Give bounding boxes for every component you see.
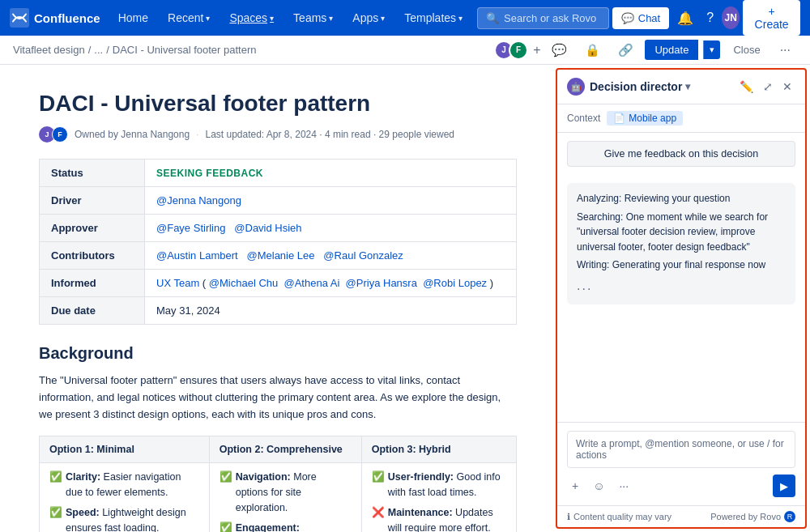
more-actions-button[interactable]: ···: [614, 476, 633, 496]
chevron-down-icon: ▾: [206, 14, 210, 23]
chevron-down-icon: ▾: [458, 14, 463, 23]
nav-spaces[interactable]: Spaces ▾: [221, 6, 282, 29]
confluence-logo[interactable]: Confluence: [10, 8, 100, 28]
user-avatar[interactable]: JN: [722, 6, 740, 29]
context-label: Context: [567, 113, 600, 124]
lock-button[interactable]: 🔒: [578, 39, 607, 62]
list-item: ✅ Speed: Lightweight design ensures fast…: [49, 505, 199, 532]
due-date-label: Due date: [40, 297, 145, 325]
close-button[interactable]: Close: [725, 40, 768, 60]
check-icon: ✅: [49, 505, 62, 532]
background-text: The "Universal footer pattern" ensures t…: [39, 372, 517, 423]
nav-apps[interactable]: Apps ▾: [344, 6, 393, 29]
search-icon: 🔍: [486, 12, 499, 24]
notification-button[interactable]: 🔔: [672, 6, 698, 30]
last-updated: Last updated: Apr 8, 2024 · 4 min read ·…: [205, 129, 454, 140]
informed-label: Informed: [40, 270, 145, 297]
list-item: ❌ Maintenance: Updates will require more…: [372, 505, 506, 532]
approver-mention-2[interactable]: @David Hsieh: [234, 222, 301, 234]
breadcrumb-ellipsis[interactable]: ...: [94, 44, 103, 56]
status-badge: SEEKING FEEDBACK: [156, 168, 263, 179]
edit-button[interactable]: ✏️: [736, 79, 757, 95]
breadcrumb-current: DACI - Universal footer pattern: [113, 44, 257, 56]
check-icon: ✅: [220, 521, 232, 532]
table-row: Driver @Jenna Nangong: [40, 187, 517, 215]
powered-by: Powered by Rovo R: [710, 511, 795, 522]
check-icon: ✅: [372, 470, 385, 500]
content-quality-text: Content quality may vary: [573, 512, 671, 521]
viewer-avatars: J F: [494, 40, 528, 60]
options-table: Option 1: Minimal Option 2: Comprehensiv…: [39, 436, 517, 532]
powered-by-text: Powered by Rovo: [710, 512, 781, 521]
contributor-3[interactable]: @Raul Gonzalez: [323, 249, 403, 262]
chevron-down-icon: ▾: [381, 14, 385, 23]
update-button[interactable]: Update: [645, 40, 698, 60]
contributor-1[interactable]: @Austin Lambert: [156, 249, 238, 262]
chat-panel: 🤖 Decision director ▾ ✏️ ⤢ ✕ Context 📄 M…: [556, 68, 807, 529]
emoji-button[interactable]: ☺: [588, 476, 609, 496]
close-chat-button[interactable]: ✕: [779, 79, 795, 95]
background-section-title: Background: [39, 344, 517, 363]
informed-1[interactable]: @Michael Chu: [209, 277, 278, 289]
chat-input-area: Write a prompt, @mention someone, or use…: [557, 422, 805, 505]
contributors-value: @Austin Lambert @Melanie Lee @Raul Gonza…: [145, 242, 517, 270]
message-line-1: Analyzing: Reviewing your question: [577, 191, 786, 206]
update-dropdown-button[interactable]: ▾: [703, 40, 720, 59]
create-button[interactable]: + Create: [743, 0, 800, 36]
chat-message: Analyzing: Reviewing your question Searc…: [567, 183, 795, 304]
contributor-2[interactable]: @Melanie Lee: [246, 249, 314, 262]
decision-director-icon: 🤖: [567, 78, 585, 96]
suggestion-button[interactable]: Give me feedback on this decision: [567, 141, 795, 167]
table-row: Status SEEKING FEEDBACK: [40, 160, 517, 187]
send-button[interactable]: ▶: [773, 475, 795, 497]
chat-button[interactable]: 💬 Chat: [612, 7, 669, 29]
owned-by: Owned by Jenna Nangong: [75, 129, 190, 140]
informed-4[interactable]: @Robi Lopez: [423, 277, 487, 289]
more-options-button[interactable]: ···: [774, 39, 797, 62]
option2-header: Option 2: Comprehensive: [209, 436, 361, 463]
chat-title: Decision director ▾: [590, 80, 731, 93]
rovo-icon: R: [784, 511, 795, 522]
page-icon: 📄: [613, 113, 625, 124]
nav-teams[interactable]: Teams ▾: [285, 6, 341, 29]
list-item: ✅ Navigation: More options for site expl…: [220, 470, 352, 515]
chat-messages: Analyzing: Reviewing your question Searc…: [557, 175, 805, 422]
nav-templates[interactable]: Templates ▾: [396, 6, 471, 29]
table-row: ✅ Clarity: Easier navigation due to fewe…: [40, 463, 517, 532]
comment-button[interactable]: 💬: [545, 39, 573, 62]
mobile-app-context-tag[interactable]: 📄 Mobile app: [607, 111, 683, 126]
add-button[interactable]: +: [567, 476, 583, 496]
page-title: DACI - Universal footer pattern: [39, 91, 517, 117]
add-viewer-button[interactable]: +: [533, 43, 540, 57]
option2-content: ✅ Navigation: More options for site expl…: [209, 463, 361, 532]
typing-indicator: ...: [577, 276, 786, 296]
footer-info: ℹ Content quality may vary: [567, 512, 671, 522]
option1-content: ✅ Clarity: Easier navigation due to fewe…: [40, 463, 210, 532]
driver-mention[interactable]: @Jenna Nangong: [156, 194, 241, 206]
informed-2[interactable]: @Athena Ai: [284, 277, 339, 289]
status-label: Status: [40, 160, 145, 187]
confluence-icon: [10, 8, 29, 28]
link-button[interactable]: 🔗: [612, 39, 640, 62]
option1-header: Option 1: Minimal: [40, 436, 210, 463]
toolbar-actions: J F + 💬 🔒 🔗 Update ▾ Close ···: [494, 39, 797, 62]
daci-table: Status SEEKING FEEDBACK Driver @Jenna Na…: [39, 159, 517, 325]
document-toolbar: Vitafleet design / ... / DACI - Universa…: [0, 36, 810, 65]
expand-button[interactable]: ⤢: [760, 79, 776, 95]
nav-home[interactable]: Home: [110, 6, 156, 29]
table-row: Contributors @Austin Lambert @Melanie Le…: [40, 242, 517, 270]
list-item: ✅ Clarity: Easier navigation due to fewe…: [49, 470, 199, 500]
approver-mention-1[interactable]: @Faye Stirling: [156, 222, 225, 234]
help-button[interactable]: ?: [701, 6, 718, 29]
search-bar[interactable]: 🔍 Search or ask Rovo: [477, 7, 609, 29]
check-icon: ✅: [220, 470, 232, 515]
breadcrumb: Vitafleet design / ... / DACI - Universa…: [13, 44, 257, 56]
informed-team[interactable]: UX Team: [156, 277, 199, 289]
chevron-down-icon[interactable]: ▾: [685, 81, 690, 92]
breadcrumb-vitafleet[interactable]: Vitafleet design: [13, 44, 85, 56]
chat-header-actions: ✏️ ⤢ ✕: [736, 79, 795, 95]
nav-recent[interactable]: Recent ▾: [160, 6, 218, 29]
approver-label: Approver: [40, 215, 145, 242]
chat-input-box[interactable]: Write a prompt, @mention someone, or use…: [567, 431, 795, 468]
informed-3[interactable]: @Priya Hansra: [346, 277, 417, 289]
